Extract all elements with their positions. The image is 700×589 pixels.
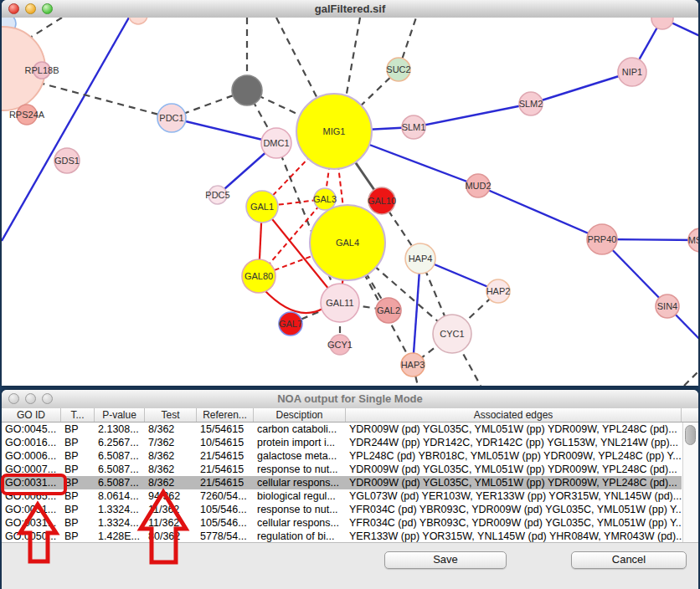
table-cell[interactable]: GO:0007... [2,463,61,476]
network-node-MIG1[interactable]: MIG1 [296,94,372,169]
table-cell[interactable]: BP [61,423,95,436]
network-canvas[interactable]: RPL18BRPS24AGDS1PDC1MIG1DMC1SUC2SLM1SLM2… [2,18,698,386]
table-cell[interactable]: 8/362 [145,463,197,476]
table-row[interactable]: GO:0065...BP8.0614...94/3627260/54...bio… [2,489,682,503]
network-node-MUD2[interactable]: MUD2 [465,174,491,197]
table-cell[interactable]: BP [61,530,95,542]
table-row[interactable]: GO:0007...BP6.5087...8/36221/54615respon… [2,463,682,476]
column-header-referen-[interactable]: Referen... [197,408,254,422]
table-cell[interactable]: BP [61,449,95,463]
save-button[interactable]: Save [384,551,507,569]
table-row[interactable]: GO:0016...BP6.2567...7/36210/54615protei… [2,436,682,449]
table-cell[interactable]: response to nut... [254,503,346,516]
edge-pp[interactable] [414,104,531,127]
network-node-GAL7[interactable]: GAL7 [279,312,302,335]
table-cell[interactable]: protein import i... [254,436,346,449]
network-node-HAP3[interactable]: HAP3 [401,353,425,376]
table-cell[interactable]: 7260/54... [197,489,254,503]
scrollbar-thumb[interactable] [685,425,696,445]
network-node-GAL2[interactable]: GAL2 [376,298,401,323]
table-cell[interactable]: biological regul... [254,489,346,503]
table-cell[interactable]: galactose meta... [254,449,346,463]
table-cell[interactable]: 8/362 [145,423,197,436]
table-cell[interactable]: 8.0614... [95,489,145,503]
network-node-HAP4[interactable]: HAP4 [405,243,435,274]
table-cell[interactable]: GO:0016... [2,436,61,449]
table-cell[interactable]: 10/54615 [197,436,254,449]
network-node-SUC2[interactable]: SUC2 [386,58,410,81]
table-cell[interactable]: YDR244W (pp) YDR142C, YDR142C (pp) YGL15… [346,436,682,449]
table-cell[interactable]: 1.3324... [95,516,145,530]
network-node-topright[interactable] [651,18,673,29]
table-row[interactable]: GO:0050...BP1.428E...80/3625778/54...reg… [2,530,682,542]
edge-pp[interactable] [531,72,632,104]
network-node-topmid[interactable] [129,18,147,24]
edge-pp[interactable] [478,186,602,239]
column-header-associated-edges[interactable]: Associated edges [346,408,682,422]
table-cell[interactable]: BP [61,476,95,489]
column-header-test[interactable]: Test [145,408,197,422]
edge-pd-dashed[interactable] [27,79,172,118]
cancel-button[interactable]: Cancel [571,551,687,569]
edge-pp[interactable] [172,118,276,143]
table-cell[interactable]: YDR009W (pd) YGL035C, YML051W (pp) YDR00… [346,476,682,489]
vertical-scrollbar[interactable] [682,423,697,542]
network-node-GAL80[interactable]: GAL80 [242,259,275,293]
table-cell[interactable]: BP [61,516,95,530]
table-cell[interactable]: GO:0031... [2,476,61,489]
network-node-PRP40[interactable]: PRP40 [587,224,617,254]
table-cell[interactable]: 105/546... [197,516,254,530]
column-header-p-value[interactable]: P-value [95,408,145,422]
table-row[interactable]: GO:0031...BP1.3324...11/362105/546...cel… [2,516,682,530]
table-cell[interactable]: 7/362 [145,436,197,449]
edge-pp[interactable] [413,259,420,365]
table-cell[interactable]: YDR009W (pd) YGL035C, YML051W (pp) YDR00… [346,423,682,436]
table-cell[interactable]: BP [61,503,95,516]
network-node-GAL10[interactable]: GAL10 [368,187,396,214]
table-cell[interactable]: cellular respons... [254,476,346,489]
table-cell[interactable]: 105/546... [197,503,254,516]
noa-titlebar[interactable]: NOA output for Single Mode [2,390,698,409]
network-node-graynode[interactable] [232,75,262,105]
column-header-desciption[interactable]: Desciption [254,408,346,422]
table-cell[interactable]: BP [61,489,95,503]
table-row[interactable]: GO:0006...BP6.5087...8/36221/54615galact… [2,449,682,463]
table-cell[interactable]: YFR034C (pd) YBR093C, YDR009W (pd) YGL03… [346,503,682,516]
network-node-GDS1[interactable]: GDS1 [54,148,80,173]
table-cell[interactable]: 5778/54... [197,530,254,542]
network-node-SLM2[interactable]: SLM2 [519,92,543,115]
table-cell[interactable]: 94/362 [145,489,197,503]
table-row[interactable]: GO:0031...BP1.3324...11/362105/546...res… [2,503,682,516]
network-node-HAP2[interactable]: HAP2 [486,279,511,303]
table-cell[interactable]: YFR034C (pd) YBR093C, YDR009W (pd) YGL03… [346,516,682,530]
table-cell[interactable]: carbon cataboli... [254,423,346,436]
table-cell[interactable]: 21/54615 [197,476,254,489]
table-cell[interactable]: BP [61,436,95,449]
table-cell[interactable]: regulation of bi... [254,530,346,542]
network-node-GAL11[interactable]: GAL11 [321,284,359,322]
table-cell[interactable]: 6.5087... [95,463,145,476]
table-cell[interactable]: GO:0045... [2,423,61,436]
edge-highlighted-arc[interactable] [264,289,324,313]
table-cell[interactable]: 80/362 [145,530,197,542]
network-node-NIP1[interactable]: NIP1 [618,58,646,86]
edge-pd-dashed[interactable] [684,368,698,386]
network-node-DMC1[interactable]: DMC1 [261,128,291,158]
network-node-SIN4[interactable]: SIN4 [656,294,679,318]
table-cell[interactable]: cellular respons... [254,516,346,530]
table-cell[interactable]: 6.5087... [95,476,145,489]
table-cell[interactable]: 15/54615 [197,423,254,436]
table-cell[interactable]: 21/54615 [197,463,254,476]
table-row[interactable]: GO:0045...BP2.1308...8/36215/54615carbon… [2,423,682,436]
table-cell[interactable]: 11/362 [145,503,197,516]
table-cell[interactable]: 21/54615 [197,449,254,463]
table-cell[interactable]: YER133W (pp) YOR315W, YNL145W (pd) YHR08… [346,530,682,542]
table-cell[interactable]: YGL073W (pd) YER103W, YER133W (pp) YOR31… [346,489,682,503]
network-node-MSL1[interactable]: MSL1 [688,228,698,252]
table-cell[interactable]: 8/362 [145,476,197,489]
table-cell[interactable]: GO:0006... [2,449,61,463]
table-cell[interactable]: 6.2567... [95,436,145,449]
table-cell[interactable]: 1.428E... [95,530,145,542]
table-cell[interactable]: YPL248C (pd) YBR018C, YML051W (pp) YDR00… [346,449,682,463]
table-cell[interactable]: YDR009W (pd) YGL035C, YML051W (pp) YDR00… [346,463,682,476]
